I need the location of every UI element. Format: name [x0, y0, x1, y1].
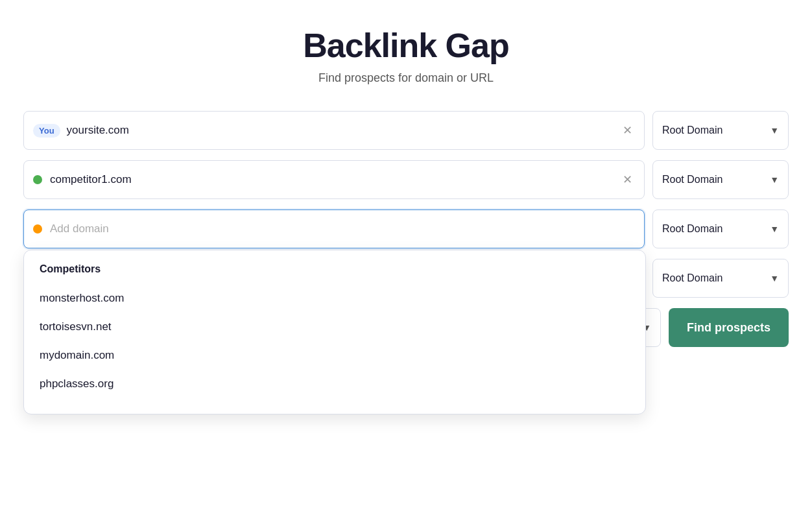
- add-domain-dot-icon: [33, 224, 42, 234]
- input-row-add: Root Domain ▼ Competitors monsterhost.co…: [23, 210, 789, 248]
- find-prospects-button[interactable]: Find prospects: [669, 308, 789, 347]
- empty1-chevron-icon: ▼: [770, 273, 779, 283]
- autocomplete-item-0[interactable]: monsterhost.com: [40, 284, 630, 313]
- yoursite-input-container: You ✕: [23, 111, 645, 150]
- competitor1-dot-icon: [33, 175, 42, 184]
- competitor1-dropdown-label: Root Domain: [662, 174, 722, 186]
- autocomplete-item-3[interactable]: phpclasses.org: [40, 370, 630, 398]
- autocomplete-item-2[interactable]: mydomain.com: [40, 341, 630, 370]
- competitor1-dropdown[interactable]: Root Domain ▼: [652, 160, 789, 199]
- add-domain-dropdown[interactable]: Root Domain ▼: [652, 210, 789, 248]
- competitor1-chevron-icon: ▼: [770, 174, 779, 185]
- yoursite-dropdown[interactable]: Root Domain ▼: [652, 111, 789, 150]
- yoursite-chevron-icon: ▼: [770, 125, 779, 136]
- competitor1-clear-button[interactable]: ✕: [620, 171, 635, 188]
- add-domain-chevron-icon: ▼: [770, 224, 779, 234]
- you-badge: You: [33, 124, 60, 138]
- add-domain-dropdown-label: Root Domain: [662, 223, 722, 235]
- autocomplete-dropdown: Competitors monsterhost.com tortoisesvn.…: [23, 250, 646, 414]
- add-domain-input-container: [23, 210, 645, 248]
- page-subtitle: Find prospects for domain or URL: [303, 71, 508, 85]
- yoursite-input[interactable]: [67, 124, 620, 137]
- page-title: Backlink Gap: [303, 26, 508, 65]
- add-domain-input[interactable]: [50, 222, 635, 235]
- empty1-dropdown-label: Root Domain: [662, 272, 722, 284]
- autocomplete-item-1[interactable]: tortoisesvn.net: [40, 313, 630, 341]
- yoursite-dropdown-label: Root Domain: [662, 125, 722, 136]
- autocomplete-title: Competitors: [40, 263, 630, 275]
- yoursite-clear-button[interactable]: ✕: [620, 122, 635, 139]
- competitor1-input-container: ✕: [23, 160, 645, 199]
- empty1-dropdown[interactable]: Root Domain ▼: [652, 259, 789, 298]
- header-section: Backlink Gap Find prospects for domain o…: [303, 26, 508, 85]
- input-row-you: You ✕ Root Domain ▼: [23, 111, 789, 150]
- input-row-competitor1: ✕ Root Domain ▼: [23, 160, 789, 199]
- competitor1-input[interactable]: [50, 173, 620, 186]
- main-content: You ✕ Root Domain ▼ ✕ Root Domain ▼ Root…: [23, 111, 789, 357]
